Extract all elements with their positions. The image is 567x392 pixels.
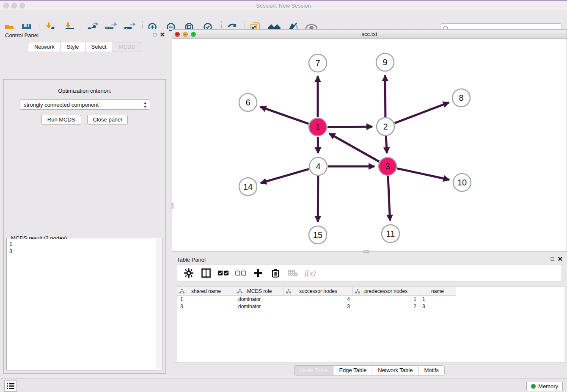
edge-2-8[interactable] <box>395 102 449 123</box>
selected-option: strongly connected component <box>24 102 99 108</box>
table-tabs-bar: Node TableEdge TableNetwork TableMotifs <box>172 362 567 378</box>
main-toolbar <box>0 10 567 29</box>
network-view-window: ✕ − + scc.txt 7968124314101511 <box>172 29 567 252</box>
optimization-criterion-label: Optimization criterion: <box>4 88 165 94</box>
splitter-handle[interactable] <box>363 250 369 253</box>
edge-3-11[interactable] <box>388 176 390 221</box>
table-panel: Table Panel □ ✕ <box>172 254 567 378</box>
memory-status-icon <box>531 384 536 389</box>
node-label-10: 10 <box>457 178 467 187</box>
table-cell[interactable]: 3 <box>284 303 353 310</box>
memory-label: Memory <box>538 383 558 389</box>
node-table: shared nameMCDS rolesuccessor nodesprede… <box>177 287 564 362</box>
application-window: Session: New Session <box>0 0 567 392</box>
node-label-14: 14 <box>243 182 253 191</box>
table-tab-motifs[interactable]: Motifs <box>418 365 445 375</box>
table-tab-network-table[interactable]: Network Table <box>372 365 418 375</box>
close-panel-icon[interactable]: ✕ <box>557 256 563 262</box>
node-label-15: 15 <box>313 230 322 240</box>
control-tab-select[interactable]: Select <box>85 42 113 52</box>
create-column-plus-icon[interactable] <box>253 268 264 279</box>
edge-2-3[interactable] <box>386 136 387 153</box>
float-panel-icon[interactable]: □ <box>551 256 554 262</box>
close-panel-icon[interactable]: ✕ <box>160 31 165 38</box>
deselect-all-columns-icon[interactable] <box>235 268 246 279</box>
node-label-9: 9 <box>383 58 387 67</box>
memory-button[interactable]: Memory <box>526 381 563 391</box>
control-panel: Control Panel □ ✕ NetworkStyleSelectMCDS… <box>0 29 169 378</box>
edge-4-15[interactable] <box>318 176 318 222</box>
run-mcds-button[interactable]: Run MCDS <box>41 115 81 125</box>
table-row[interactable]: 3dominator323 <box>177 303 564 310</box>
table-cell[interactable]: dominator <box>235 303 284 310</box>
edge-1-2[interactable] <box>328 127 372 127</box>
task-history-button[interactable] <box>4 381 17 392</box>
table-options-gear-icon[interactable] <box>183 268 194 279</box>
edge-2-9[interactable] <box>385 75 385 117</box>
table-cell[interactable]: 3 <box>177 303 235 310</box>
network-canvas[interactable]: 7968124314101511 <box>172 39 567 251</box>
node-label-6: 6 <box>245 98 250 107</box>
function-builder-icon: f(x) <box>305 268 316 279</box>
network-title: scc.txt <box>172 31 567 37</box>
table-cell[interactable]: 1 <box>419 296 456 303</box>
show-column-panel-icon[interactable] <box>201 268 212 279</box>
table-toolbar: f(x) <box>177 265 562 282</box>
table-cell[interactable]: 4 <box>284 296 353 303</box>
node-label-7: 7 <box>315 58 320 68</box>
table-row[interactable]: 1dominator411 <box>177 296 564 303</box>
node-label-3: 3 <box>385 162 390 171</box>
chevron-updown-icon <box>143 102 147 110</box>
mcds-result-group: MCDS result (2 nodes) 1 3 <box>6 238 163 370</box>
node-label-8: 8 <box>459 93 463 102</box>
list-icon <box>7 383 14 389</box>
table-cell[interactable]: 1 <box>177 296 235 303</box>
network-window-titlebar[interactable]: ✕ − + scc.txt <box>172 30 567 39</box>
table-cell[interactable]: 2 <box>353 303 419 310</box>
delete-column-trash-icon[interactable] <box>270 268 281 279</box>
table-tab-node-table[interactable]: Node Table <box>294 365 333 375</box>
main-titlebar: Session: New Session <box>0 1 567 10</box>
edge-1-6[interactable] <box>260 107 308 124</box>
scrollbar-track[interactable] <box>157 239 162 369</box>
table-cell[interactable]: 3 <box>419 303 456 310</box>
column-header-successor-nodes[interactable]: successor nodes <box>284 287 353 296</box>
edge-4-14[interactable] <box>261 169 309 183</box>
node-label-2: 2 <box>383 122 388 131</box>
node-label-11: 11 <box>386 229 395 238</box>
control-panel-title: Control Panel <box>5 32 39 39</box>
node-label-1: 1 <box>315 122 320 132</box>
control-tab-mcds[interactable]: MCDS <box>113 42 141 52</box>
table-panel-title: Table Panel <box>177 257 206 263</box>
mcds-panel: Optimization criterion: strongly connect… <box>3 79 166 374</box>
edge-3-1[interactable] <box>329 133 379 161</box>
delete-table-icon <box>287 268 298 279</box>
table-cell[interactable]: dominator <box>235 296 284 303</box>
optimization-criterion-select[interactable]: strongly connected component <box>19 99 150 110</box>
status-bar: Memory <box>0 378 567 392</box>
column-header-name[interactable]: name <box>419 287 456 296</box>
select-all-columns-icon[interactable] <box>218 268 229 279</box>
close-panel-button[interactable]: Close panel <box>87 115 128 125</box>
mcds-result-text[interactable]: 1 3 <box>8 239 157 369</box>
table-tab-edge-table[interactable]: Edge Table <box>333 365 372 375</box>
node-label-4: 4 <box>316 162 320 171</box>
float-panel-icon[interactable]: □ <box>153 31 157 38</box>
column-header-predecessor-nodes[interactable]: predecessor nodes <box>353 287 419 296</box>
column-header-shared-name[interactable]: shared name <box>177 287 235 296</box>
control-tab-network[interactable]: Network <box>28 42 61 52</box>
edge-3-10[interactable] <box>397 168 449 180</box>
table-cell[interactable]: 1 <box>353 296 419 303</box>
control-tab-style[interactable]: Style <box>61 42 85 52</box>
control-panel-tabs: NetworkStyleSelectMCDS <box>0 42 169 52</box>
column-header-MCDS-role[interactable]: MCDS role <box>235 287 284 296</box>
splitter-handle[interactable] <box>171 203 173 209</box>
session-title: Session: New Session <box>0 3 567 9</box>
